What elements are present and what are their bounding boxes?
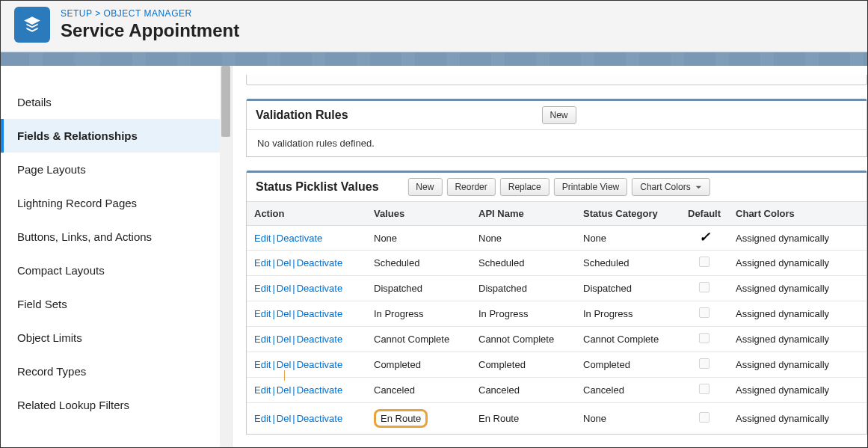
action-cell: Edit|Del|Deactivate <box>247 378 366 403</box>
api-name-cell: None <box>471 226 576 251</box>
del-link[interactable]: Del <box>277 413 292 424</box>
picklist-printable-view-button[interactable]: Printable View <box>554 178 628 196</box>
value-cell: Dispatched <box>366 276 471 301</box>
status-category-cell: Canceled <box>576 378 680 403</box>
del-link[interactable]: Del <box>277 359 292 370</box>
default-checkbox[interactable] <box>699 282 710 292</box>
del-link[interactable]: Del <box>277 257 292 269</box>
default-checkbox[interactable] <box>699 412 710 423</box>
table-row: Edit|Del|DeactivateEn RouteEn RouteNoneA… <box>247 403 867 435</box>
col-values: Values <box>366 202 471 226</box>
del-link[interactable]: Del <box>277 283 292 294</box>
col-action: Action <box>247 202 366 226</box>
chart-colors-cell: Assigned dynamically <box>728 276 867 301</box>
deactivate-link[interactable]: Deactivate <box>297 413 342 424</box>
picklist-chart-colors-button[interactable]: Chart Colors <box>632 178 710 196</box>
status-category-cell: None <box>576 403 680 435</box>
chart-colors-cell: Assigned dynamically <box>728 352 867 378</box>
default-cell <box>680 276 728 301</box>
value-cell: Canceled <box>366 378 471 403</box>
value-cell: None <box>366 226 471 251</box>
validation-empty-text: No validation rules defined. <box>247 129 867 156</box>
sidebar-item-lightning-record-pages[interactable]: Lightning Record Pages <box>1 186 232 220</box>
deactivate-link[interactable]: Deactivate <box>297 308 342 319</box>
status-category-cell: In Progress <box>576 301 680 327</box>
breadcrumb-object-manager[interactable]: OBJECT MANAGER <box>104 8 192 19</box>
edit-link[interactable]: Edit <box>254 308 271 319</box>
api-name-cell: Scheduled <box>471 251 576 276</box>
check-icon: ✓ <box>699 230 710 245</box>
status-category-cell: Dispatched <box>576 276 680 301</box>
default-checkbox[interactable] <box>699 307 710 318</box>
action-cell: Edit|Del|Deactivate <box>247 327 366 352</box>
table-row: Edit|Del|DeactivateCompletedCompletedCom… <box>247 352 867 378</box>
status-category-cell: None <box>576 226 680 251</box>
picklist-new-button[interactable]: New <box>407 178 442 196</box>
table-row: Edit|DeactivateNoneNoneNone✓Assigned dyn… <box>247 226 867 251</box>
default-checkbox[interactable] <box>699 358 710 369</box>
value-cell: En Route <box>366 403 471 435</box>
sidebar: DetailsFields & RelationshipsPage Layout… <box>1 66 233 448</box>
edit-link[interactable]: Edit <box>254 413 271 424</box>
edit-link[interactable]: Edit <box>254 233 271 244</box>
edit-link[interactable]: Edit <box>254 257 271 269</box>
sidebar-item-fields-relationships[interactable]: Fields & Relationships <box>1 119 232 153</box>
deactivate-link[interactable]: Deactivate <box>297 257 342 269</box>
edit-link[interactable]: Edit <box>254 384 271 396</box>
breadcrumb: SETUP > OBJECT MANAGER <box>61 8 239 19</box>
deactivate-link[interactable]: Deactivate <box>297 384 342 396</box>
breadcrumb-setup[interactable]: SETUP <box>61 8 92 19</box>
sidebar-scrollbar-track[interactable] <box>220 66 232 448</box>
api-name-cell: Completed <box>471 352 576 378</box>
default-checkbox[interactable] <box>699 333 710 343</box>
sidebar-item-buttons-links-and-actions[interactable]: Buttons, Links, and Actions <box>1 220 232 254</box>
status-category-cell: Scheduled <box>576 251 680 276</box>
prior-panel-footer <box>246 75 867 85</box>
deactivate-link[interactable]: Deactivate <box>297 359 342 370</box>
sidebar-item-field-sets[interactable]: Field Sets <box>1 287 232 321</box>
sidebar-item-related-lookup-filters[interactable]: Related Lookup Filters <box>1 388 232 422</box>
action-cell: Edit|Del|Deactivate <box>247 301 366 327</box>
edit-link[interactable]: Edit <box>254 359 271 370</box>
sidebar-item-details[interactable]: Details <box>1 85 232 119</box>
status-category-cell: Cannot Complete <box>576 327 680 352</box>
edit-link[interactable]: Edit <box>254 283 271 294</box>
sidebar-item-page-layouts[interactable]: Page Layouts <box>1 153 232 186</box>
sidebar-scrollbar-thumb[interactable] <box>221 66 230 137</box>
table-row: Edit|Del|DeactivateCanceledCanceledCance… <box>247 378 867 403</box>
picklist-table: Action Values API Name Status Category D… <box>247 201 867 434</box>
col-chart-colors: Chart Colors <box>728 202 867 226</box>
action-cell: Edit|Del|Deactivate <box>247 251 366 276</box>
chart-colors-cell: Assigned dynamically <box>728 226 867 251</box>
status-category-cell: Completed <box>576 352 680 378</box>
chart-colors-label: Chart Colors <box>640 182 690 192</box>
api-name-cell: En Route <box>471 403 576 435</box>
api-name-cell: In Progress <box>471 301 576 327</box>
deactivate-link[interactable]: Deactivate <box>297 283 342 294</box>
del-link[interactable]: Del <box>277 334 292 345</box>
validation-rules-panel: Validation Rules New No validation rules… <box>246 99 867 157</box>
default-cell <box>680 327 728 352</box>
object-icon <box>14 7 50 43</box>
sidebar-item-object-limits[interactable]: Object Limits <box>1 321 232 355</box>
col-default: Default <box>680 202 728 226</box>
picklist-reorder-button[interactable]: Reorder <box>446 178 495 196</box>
del-link[interactable]: Del <box>277 308 292 319</box>
picklist-replace-button[interactable]: Replace <box>500 178 550 196</box>
action-cell: Edit|Deactivate <box>247 226 366 251</box>
action-cell: Edit|Del|Deactivate <box>247 352 366 378</box>
del-link[interactable]: Del <box>277 384 292 396</box>
deactivate-link[interactable]: Deactivate <box>277 233 322 244</box>
edit-link[interactable]: Edit <box>254 334 271 345</box>
api-name-cell: Dispatched <box>471 276 576 301</box>
default-checkbox[interactable] <box>699 257 710 267</box>
sidebar-item-compact-layouts[interactable]: Compact Layouts <box>1 254 232 287</box>
default-cell <box>680 378 728 403</box>
default-cell <box>680 352 728 378</box>
default-checkbox[interactable] <box>699 384 710 394</box>
chart-colors-cell: Assigned dynamically <box>728 327 867 352</box>
validation-new-button[interactable]: New <box>541 106 576 124</box>
page-header: SETUP > OBJECT MANAGER Service Appointme… <box>1 1 867 52</box>
sidebar-item-record-types[interactable]: Record Types <box>1 355 232 388</box>
deactivate-link[interactable]: Deactivate <box>297 334 342 345</box>
